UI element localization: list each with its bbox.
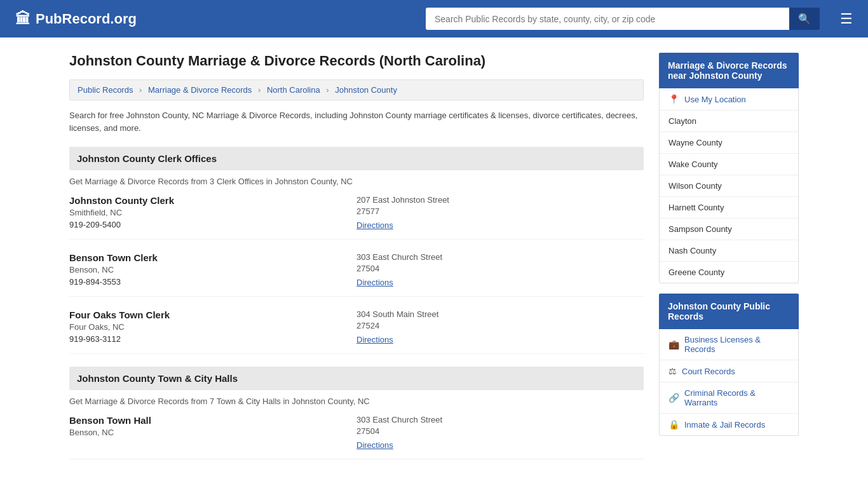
logo[interactable]: 🏛 PubRecord.org [15, 10, 137, 28]
office-phone: 919-209-5400 [69, 220, 356, 229]
office-city: Smithfield, NC [69, 208, 356, 217]
office-zip: 27524 [356, 321, 644, 330]
office-address: 207 East Johnston Street [356, 195, 644, 205]
office-card: Johnston County Clerk Smithfield, NC 919… [69, 195, 644, 240]
office-zip: 27504 [356, 264, 644, 273]
sidebar-item-label: Clayton [668, 116, 696, 126]
sidebar-item-business-licenses[interactable]: 💼 Business Licenses & Records [660, 329, 798, 360]
office-name: Four Oaks Town Clerk [69, 309, 356, 320]
breadcrumb-johnston-county[interactable]: Johnston County [335, 85, 397, 95]
office-phone: 919-894-3553 [69, 277, 356, 287]
clerk-offices-header: Johnston County Clerk Offices [69, 147, 644, 170]
sidebar-item-label: Wake County [668, 159, 718, 169]
city-halls-header: Johnston County Town & City Halls [69, 367, 644, 390]
sidebar-item-label: Court Records [682, 367, 735, 376]
sidebar: Marriage & Divorce Records near Johnston… [659, 53, 799, 472]
search-bar: 🔍 [426, 8, 820, 30]
logo-text: PubRecord.org [36, 11, 137, 27]
directions-link[interactable]: Directions [356, 278, 393, 287]
breadcrumb-north-carolina[interactable]: North Carolina [267, 85, 320, 95]
sidebar-nearby-list: 📍 Use My Location Clayton Wayne County W… [659, 88, 799, 283]
office-name: Benson Town Clerk [69, 252, 356, 263]
office-left: Four Oaks Town Clerk Four Oaks, NC 919-9… [69, 309, 356, 344]
search-icon: 🔍 [798, 13, 811, 24]
office-address: 303 East Church Street [356, 252, 644, 262]
office-name: Johnston County Clerk [69, 195, 356, 206]
briefcase-icon: 💼 [668, 339, 679, 349]
sidebar-public-records-list: 💼 Business Licenses & Records ⚖ Court Re… [659, 329, 799, 436]
sidebar-item-wake-county[interactable]: Wake County [660, 154, 798, 175]
sidebar-item-label: Harnett County [668, 203, 724, 212]
breadcrumb: Public Records › Marriage & Divorce Reco… [69, 79, 644, 100]
office-zip: 27504 [356, 426, 644, 436]
office-city: Four Oaks, NC [69, 322, 356, 332]
breadcrumb-public-records[interactable]: Public Records [78, 85, 133, 95]
lock-icon: 🔒 [668, 419, 679, 430]
sidebar-item-criminal-records[interactable]: 🔗 Criminal Records & Warrants [660, 383, 798, 414]
location-icon: 📍 [668, 94, 679, 104]
sidebar-item-inmate-jail[interactable]: 🔒 Inmate & Jail Records [660, 414, 798, 435]
search-input[interactable] [426, 8, 789, 30]
directions-link[interactable]: Directions [356, 440, 393, 450]
office-right: 303 East Church Street 27504 Directions [356, 252, 644, 287]
hamburger-icon[interactable]: ☰ [840, 11, 853, 27]
search-button[interactable]: 🔍 [789, 8, 820, 30]
office-card: Benson Town Hall Benson, NC 303 East Chu… [69, 415, 644, 459]
sidebar-public-records-title: Johnston County Public Records [659, 294, 799, 329]
sidebar-item-wayne-county[interactable]: Wayne County [660, 132, 798, 154]
sidebar-item-court-records[interactable]: ⚖ Court Records [660, 360, 798, 383]
office-address: 303 East Church Street [356, 415, 644, 424]
header: 🏛 PubRecord.org 🔍 ☰ [0, 0, 868, 37]
directions-link[interactable]: Directions [356, 220, 393, 230]
office-city: Benson, NC [69, 265, 356, 274]
main-content: Johnston County Marriage & Divorce Recor… [69, 53, 644, 472]
sidebar-location-label: Use My Location [684, 95, 746, 104]
office-right: 207 East Johnston Street 27577 Direction… [356, 195, 644, 230]
office-address: 304 South Main Street [356, 309, 644, 319]
office-left: Benson Town Clerk Benson, NC 919-894-355… [69, 252, 356, 287]
sidebar-item-harnett-county[interactable]: Harnett County [660, 197, 798, 219]
scales-icon: ⚖ [668, 366, 677, 376]
sidebar-item-use-my-location[interactable]: 📍 Use My Location [660, 88, 798, 111]
sidebar-item-label: Sampson County [668, 224, 732, 234]
page-title: Johnston County Marriage & Divorce Recor… [69, 53, 644, 69]
logo-icon: 🏛 [15, 10, 31, 28]
office-name: Benson Town Hall [69, 415, 356, 426]
clerk-offices-description: Get Marriage & Divorce Records from 3 Cl… [69, 177, 644, 186]
office-left: Benson Town Hall Benson, NC [69, 415, 356, 450]
office-phone: 919-963-3112 [69, 334, 356, 344]
office-right: 303 East Church Street 27504 Directions [356, 415, 644, 450]
office-card: Benson Town Clerk Benson, NC 919-894-355… [69, 252, 644, 297]
link-icon: 🔗 [668, 393, 679, 403]
office-zip: 27577 [356, 207, 644, 216]
sidebar-item-nash-county[interactable]: Nash County [660, 240, 798, 262]
breadcrumb-marriage-divorce[interactable]: Marriage & Divorce Records [148, 85, 252, 95]
sidebar-item-clayton[interactable]: Clayton [660, 111, 798, 132]
sidebar-item-label: Criminal Records & Warrants [684, 388, 789, 407]
sidebar-item-sampson-county[interactable]: Sampson County [660, 219, 798, 240]
page-container: Johnston County Marriage & Divorce Recor… [59, 37, 809, 487]
sidebar-nearby-title: Marriage & Divorce Records near Johnston… [659, 53, 799, 88]
sidebar-item-label: Greene County [668, 268, 724, 277]
sidebar-item-label: Wilson County [668, 181, 722, 191]
sidebar-item-greene-county[interactable]: Greene County [660, 262, 798, 283]
directions-link[interactable]: Directions [356, 335, 393, 344]
sidebar-item-label: Business Licenses & Records [684, 335, 789, 354]
office-left: Johnston County Clerk Smithfield, NC 919… [69, 195, 356, 230]
office-right: 304 South Main Street 27524 Directions [356, 309, 644, 344]
office-card: Four Oaks Town Clerk Four Oaks, NC 919-9… [69, 309, 644, 354]
sidebar-item-label: Wayne County [668, 138, 722, 147]
sidebar-item-wilson-county[interactable]: Wilson County [660, 175, 798, 197]
sidebar-item-label: Inmate & Jail Records [684, 420, 765, 430]
city-halls-description: Get Marriage & Divorce Records from 7 To… [69, 396, 644, 406]
office-city: Benson, NC [69, 428, 356, 437]
sidebar-item-label: Nash County [668, 246, 716, 255]
page-description: Search for free Johnston County, NC Marr… [69, 109, 644, 134]
